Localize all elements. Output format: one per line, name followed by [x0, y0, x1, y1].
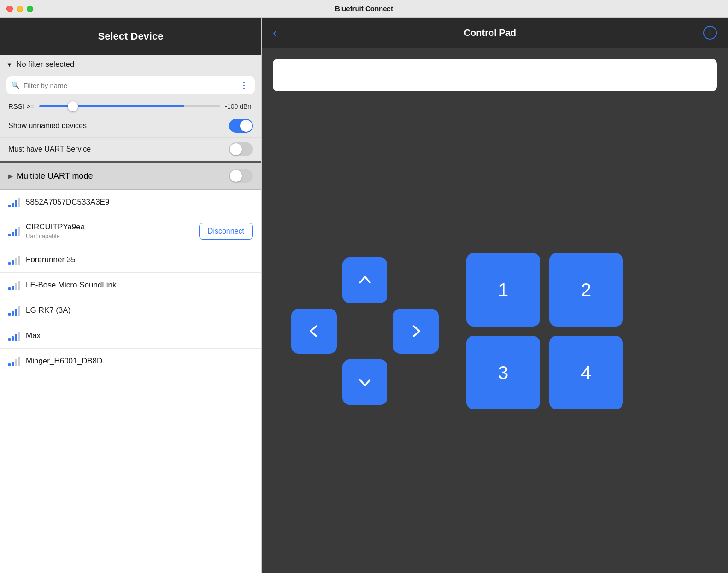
dpad-right-button[interactable] [393, 309, 439, 354]
dpad-down-button[interactable] [342, 359, 388, 405]
toggle-knob-multi [230, 170, 242, 182]
device-name: Minger_H6001_DB8D [26, 357, 253, 366]
select-device-header: Select Device [0, 18, 261, 55]
more-options-button[interactable]: ⋮ [237, 80, 250, 91]
dpad [291, 257, 439, 405]
text-output [273, 59, 717, 91]
device-name: CIRCUITPYa9ea [26, 222, 194, 232]
signal-icon [8, 255, 20, 265]
search-input[interactable] [23, 82, 234, 89]
search-row: 🔍 ⋮ [6, 76, 255, 94]
device-item[interactable]: LE-Bose Micro SoundLink [0, 273, 261, 298]
device-item[interactable]: Minger_H6001_DB8D [0, 349, 261, 374]
device-item[interactable]: LG RK7 (3A) [0, 298, 261, 323]
device-info: 5852A7057DC533A3E9 [26, 198, 253, 207]
must-have-uart-toggle[interactable] [229, 142, 253, 156]
rssi-slider[interactable] [39, 105, 221, 107]
device-item[interactable]: 5852A7057DC533A3E9 [0, 190, 261, 215]
app-title: Bluefruit Connect [335, 5, 393, 12]
num-buttons: 1234 [466, 253, 623, 409]
num-button-4[interactable]: 4 [549, 336, 623, 409]
num-button-2[interactable]: 2 [549, 253, 623, 327]
back-button[interactable]: ‹ [273, 27, 277, 39]
control-pad-header: ‹ Control Pad i [262, 18, 728, 48]
rssi-label: RSSI >= [8, 102, 35, 110]
maximize-button[interactable] [27, 6, 33, 12]
disconnect-button[interactable]: Disconnect [199, 223, 253, 240]
uart-section: ▶ Multiple UART mode [0, 162, 261, 190]
traffic-lights [6, 6, 33, 12]
dpad-left-button[interactable] [291, 309, 337, 354]
rssi-row: RSSI >= -100 dBm [0, 99, 261, 114]
no-filter-label: No filter selected [16, 60, 75, 69]
titlebar: Bluefruit Connect [0, 0, 728, 18]
info-button[interactable]: i [703, 26, 717, 40]
rssi-value: -100 dBm [225, 103, 253, 110]
multiple-uart-label: Multiple UART mode [17, 171, 93, 181]
uart-chevron-icon: ▶ [8, 173, 13, 180]
filter-chevron-icon: ▼ [6, 61, 12, 68]
main-content: Select Device ▼ No filter selected 🔍 ⋮ R… [0, 18, 728, 573]
close-button[interactable] [6, 6, 13, 12]
num-button-3[interactable]: 3 [466, 336, 540, 409]
must-have-uart-row: Must have UART Service [0, 137, 261, 161]
signal-icon [8, 331, 20, 341]
right-panel: ‹ Control Pad i [262, 18, 728, 573]
device-info: CIRCUITPYa9eaUart capable [26, 222, 194, 240]
device-info: Forerunner 35 [26, 255, 253, 264]
device-name: LG RK7 (3A) [26, 306, 253, 315]
signal-icon [8, 356, 20, 366]
device-info: LE-Bose Micro SoundLink [26, 281, 253, 290]
device-info: Minger_H6001_DB8D [26, 357, 253, 366]
control-pad-title: Control Pad [464, 28, 516, 38]
must-have-uart-label: Must have UART Service [8, 145, 91, 153]
device-item[interactable]: Forerunner 35 [0, 247, 261, 273]
device-name: LE-Bose Micro SoundLink [26, 281, 253, 290]
filter-section: ▼ No filter selected 🔍 ⋮ RSSI >= -100 dB… [0, 55, 261, 162]
toggle-knob [240, 120, 252, 132]
uart-label-row[interactable]: ▶ Multiple UART mode [8, 171, 93, 181]
device-list: 5852A7057DC533A3E9CIRCUITPYa9eaUart capa… [0, 190, 261, 573]
num-button-1[interactable]: 1 [466, 253, 540, 327]
device-item[interactable]: CIRCUITPYa9eaUart capableDisconnect [0, 215, 261, 247]
dpad-up-button[interactable] [342, 257, 388, 303]
control-area: 1234 [262, 48, 728, 573]
minimize-button[interactable] [17, 6, 23, 12]
device-name: Max [26, 331, 253, 340]
device-name: Forerunner 35 [26, 255, 253, 264]
show-unnamed-toggle[interactable] [229, 119, 253, 133]
device-info: LG RK7 (3A) [26, 306, 253, 315]
device-sub: Uart capable [26, 233, 194, 240]
signal-icon [8, 280, 20, 290]
signal-icon [8, 305, 20, 316]
multiple-uart-toggle[interactable] [229, 169, 253, 183]
signal-icon [8, 226, 20, 236]
device-name: 5852A7057DC533A3E9 [26, 198, 253, 207]
show-unnamed-row: Show unnamed devices [0, 114, 261, 137]
left-panel: Select Device ▼ No filter selected 🔍 ⋮ R… [0, 18, 262, 573]
buttons-area: 1234 [273, 100, 717, 562]
search-icon: 🔍 [11, 81, 20, 89]
show-unnamed-label: Show unnamed devices [8, 122, 87, 130]
no-filter-row[interactable]: ▼ No filter selected [0, 55, 261, 74]
device-item[interactable]: Max [0, 323, 261, 349]
toggle-knob-uart [230, 143, 242, 155]
signal-icon [8, 197, 20, 207]
device-info: Max [26, 331, 253, 340]
